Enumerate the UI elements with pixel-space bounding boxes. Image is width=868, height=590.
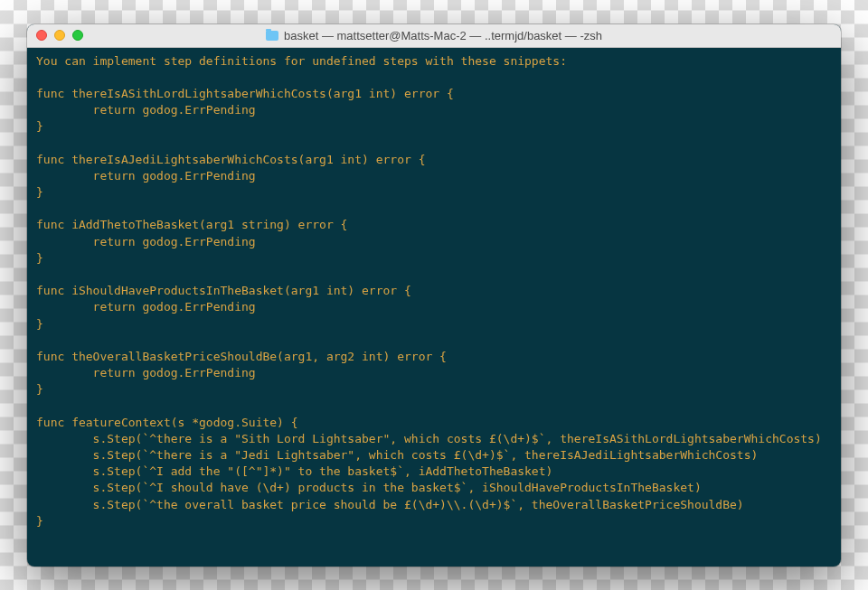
terminal-line: } bbox=[36, 184, 832, 201]
terminal-line: s.Step(`^I should have (\d+) products in… bbox=[36, 480, 832, 496]
terminal-line bbox=[36, 398, 832, 414]
titlebar[interactable]: basket — mattsetter@Matts-Mac-2 — ..term… bbox=[27, 24, 841, 48]
terminal-line: func iShouldHaveProductsInTheBasket(arg1… bbox=[36, 283, 832, 299]
terminal-line: } bbox=[36, 513, 832, 529]
terminal-content[interactable]: You can implement step definitions for u… bbox=[27, 48, 841, 567]
terminal-line bbox=[36, 267, 832, 283]
terminal-line: func theOverallBasketPriceShouldBe(arg1,… bbox=[36, 349, 832, 365]
terminal-line bbox=[36, 332, 832, 349]
terminal-line bbox=[36, 135, 832, 151]
terminal-line: You can implement step definitions for u… bbox=[36, 53, 832, 70]
close-button[interactable] bbox=[36, 30, 47, 41]
traffic-lights bbox=[36, 30, 83, 41]
terminal-line: } bbox=[36, 118, 832, 135]
terminal-line: } bbox=[36, 381, 832, 398]
terminal-line: s.Step(`^I add the "([^"]*)" to the bask… bbox=[36, 464, 832, 480]
terminal-line: s.Step(`^the overall basket price should… bbox=[36, 497, 832, 513]
window-title: basket — mattsetter@Matts-Mac-2 — ..term… bbox=[27, 29, 841, 42]
terminal-line: s.Step(`^there is a "Jedi Lightsaber", w… bbox=[36, 447, 832, 464]
terminal-line: func thereIsAJediLightsaberWhichCosts(ar… bbox=[36, 152, 832, 168]
terminal-line bbox=[36, 70, 832, 86]
terminal-line: func thereIsASithLordLightsaberWhichCost… bbox=[36, 86, 832, 102]
terminal-line: func iAddThetoTheBasket(arg1 string) err… bbox=[36, 217, 832, 233]
terminal-line bbox=[36, 201, 832, 217]
terminal-line: } bbox=[36, 250, 832, 267]
terminal-line: func featureContext(s *godog.Suite) { bbox=[36, 415, 832, 431]
title-text: basket — mattsetter@Matts-Mac-2 — ..term… bbox=[284, 29, 602, 42]
terminal-line: return godog.ErrPending bbox=[36, 299, 832, 315]
terminal-line: return godog.ErrPending bbox=[36, 234, 832, 250]
minimize-button[interactable] bbox=[54, 30, 65, 41]
folder-icon bbox=[266, 31, 278, 41]
terminal-window: basket — mattsetter@Matts-Mac-2 — ..term… bbox=[27, 24, 841, 567]
terminal-line: return godog.ErrPending bbox=[36, 365, 832, 381]
terminal-line: return godog.ErrPending bbox=[36, 168, 832, 184]
maximize-button[interactable] bbox=[72, 30, 83, 41]
terminal-line: return godog.ErrPending bbox=[36, 102, 832, 118]
terminal-line: } bbox=[36, 316, 832, 332]
terminal-line: s.Step(`^there is a "Sith Lord Lightsabe… bbox=[36, 431, 832, 447]
